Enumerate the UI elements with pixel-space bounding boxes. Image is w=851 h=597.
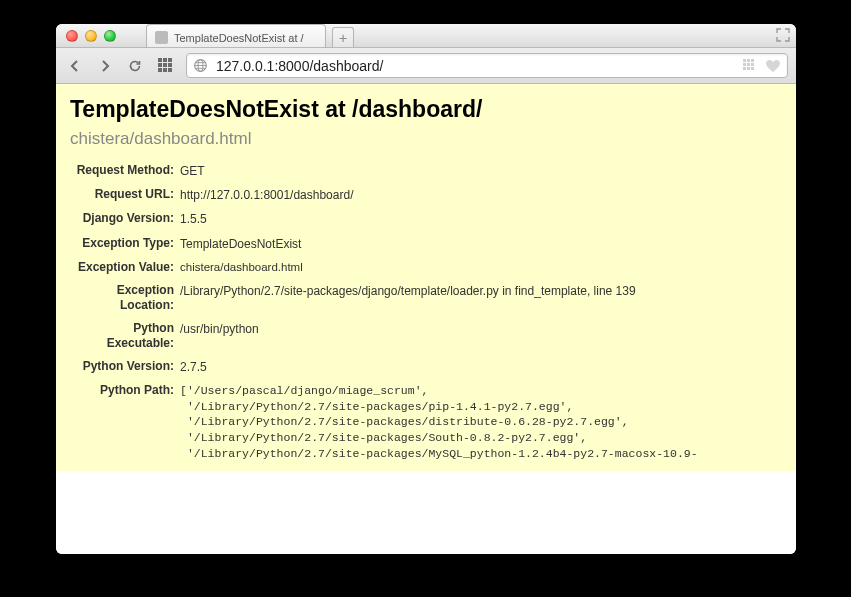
- omnibox-actions: [743, 59, 781, 73]
- tab-title: TemplateDoesNotExist at /: [174, 32, 304, 44]
- apps-grid-icon[interactable]: [158, 58, 174, 74]
- table-row: Django Version: 1.5.5: [70, 207, 782, 231]
- table-row: Exception Location: /Library/Python/2.7/…: [70, 279, 782, 317]
- minimize-window-button[interactable]: [85, 30, 97, 42]
- meta-label: Request Method:: [70, 159, 180, 183]
- meta-value: http://127.0.0.1:8001/dashboard/: [180, 183, 782, 207]
- meta-value: 2.7.5: [180, 355, 782, 379]
- error-meta-table: Request Method: GET Request URL: http://…: [70, 159, 782, 465]
- favicon-icon: [155, 31, 168, 44]
- back-button[interactable]: [64, 55, 86, 77]
- error-heading: TemplateDoesNotExist at /dashboard/: [70, 96, 782, 123]
- table-row: Python Path: ['/Users/pascal/django/miag…: [70, 379, 782, 465]
- meta-value: /usr/bin/python: [180, 317, 782, 355]
- browser-window: TemplateDoesNotExist at / +: [56, 24, 796, 554]
- new-tab-button[interactable]: +: [332, 27, 354, 47]
- expand-window-icon[interactable]: [776, 28, 790, 42]
- django-error-page: TemplateDoesNotExist at /dashboard/ chis…: [56, 84, 796, 471]
- meta-label: Python Path:: [70, 379, 180, 465]
- meta-label: Python Executable:: [70, 317, 180, 355]
- meta-value: chistera/dashboard.html: [180, 256, 782, 280]
- meta-label: Exception Location:: [70, 279, 180, 317]
- meta-label: Python Version:: [70, 355, 180, 379]
- meta-label: Request URL:: [70, 183, 180, 207]
- titlebar: TemplateDoesNotExist at / +: [56, 24, 796, 48]
- meta-label: Exception Type:: [70, 232, 180, 256]
- python-path-pre: ['/Users/pascal/django/miage_scrum', '/L…: [180, 383, 782, 461]
- table-row: Exception Value: chistera/dashboard.html: [70, 256, 782, 280]
- meta-value: /Library/Python/2.7/site-packages/django…: [180, 279, 782, 317]
- meta-value: TemplateDoesNotExist: [180, 232, 782, 256]
- table-row: Request Method: GET: [70, 159, 782, 183]
- meta-label: Django Version:: [70, 207, 180, 231]
- tabstrip: TemplateDoesNotExist at / +: [146, 24, 354, 47]
- reload-button[interactable]: [124, 55, 146, 77]
- page-viewport[interactable]: TemplateDoesNotExist at /dashboard/ chis…: [56, 84, 796, 554]
- error-summary: TemplateDoesNotExist at /dashboard/ chis…: [56, 84, 796, 471]
- favorite-icon[interactable]: [765, 59, 781, 73]
- error-subheading: chistera/dashboard.html: [70, 129, 782, 149]
- url-text: 127.0.0.1:8000/dashboard/: [216, 58, 383, 74]
- table-row: Python Version: 2.7.5: [70, 355, 782, 379]
- browser-tab[interactable]: TemplateDoesNotExist at /: [146, 24, 326, 47]
- address-bar[interactable]: 127.0.0.1:8000/dashboard/: [186, 53, 788, 78]
- table-row: Request URL: http://127.0.0.1:8001/dashb…: [70, 183, 782, 207]
- table-row: Python Executable: /usr/bin/python: [70, 317, 782, 355]
- meta-label: Exception Value:: [70, 256, 180, 280]
- forward-button[interactable]: [94, 55, 116, 77]
- meta-value: GET: [180, 159, 782, 183]
- globe-icon: [193, 58, 208, 73]
- page-actions-icon[interactable]: [743, 59, 757, 73]
- plus-icon: +: [339, 31, 347, 45]
- toolbar: 127.0.0.1:8000/dashboard/: [56, 48, 796, 84]
- meta-value: ['/Users/pascal/django/miage_scrum', '/L…: [180, 379, 782, 465]
- table-row: Exception Type: TemplateDoesNotExist: [70, 232, 782, 256]
- window-controls: [66, 30, 116, 42]
- meta-value: 1.5.5: [180, 207, 782, 231]
- close-window-button[interactable]: [66, 30, 78, 42]
- zoom-window-button[interactable]: [104, 30, 116, 42]
